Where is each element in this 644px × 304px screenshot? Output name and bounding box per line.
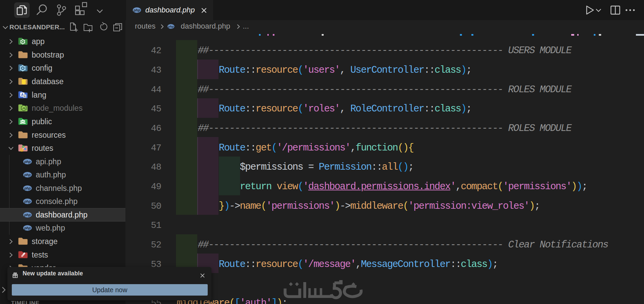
- svg-text:JS: JS: [22, 107, 26, 110]
- svg-text:php: php: [24, 173, 31, 177]
- svg-text:php: php: [24, 226, 31, 230]
- svg-text:php: php: [168, 25, 174, 28]
- svg-text:php: php: [24, 186, 31, 190]
- svg-text:php: php: [24, 160, 31, 164]
- svg-text:php: php: [24, 213, 31, 217]
- svg-text:php: php: [133, 8, 140, 12]
- svg-text:php: php: [24, 199, 31, 203]
